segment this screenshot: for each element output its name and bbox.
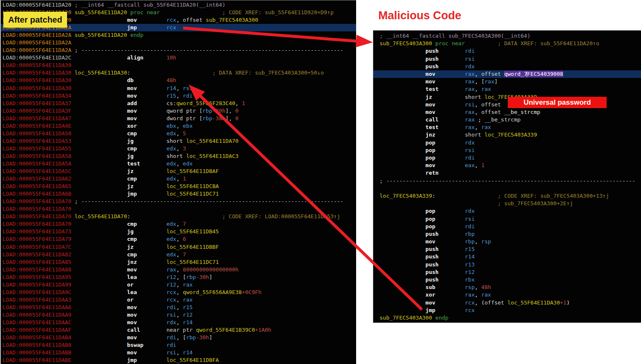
asm-line[interactable]: mov eax, 1: [373, 162, 641, 169]
asm-line[interactable]: LOAD:000055F64E11DABE jmp loc_55F64E11DB…: [1, 356, 356, 364]
asm-line[interactable]: push r14: [373, 253, 641, 261]
address-column: LOAD:000055F64E11DA20: [1, 1, 75, 9]
asm-line[interactable]: LOAD:000055F64E11DA50 cmp edx, 5: [1, 130, 356, 137]
asm-line[interactable]: LOAD:000055F64E11DA70loc_55F64E11DA70: ;…: [1, 213, 356, 220]
address-column: LOAD:000055F64E11DA4E: [1, 122, 75, 130]
asm-line[interactable]: LOAD:000055F64E11DA82 cmp edx, 7: [1, 251, 356, 258]
address-column: LOAD:000055F64E11DAB8: [1, 341, 75, 349]
asm-line[interactable]: LOAD:000055F64E11DA62 cmp edx, 1: [1, 175, 356, 183]
asm-line[interactable]: sub_7FEC5403A300 proc near ; DATA XREF: …: [373, 40, 641, 47]
asm-line[interactable]: LOAD:000055F64E11DA3F mov qword ptr [rbp…: [1, 107, 356, 115]
asm-line[interactable]: LOAD:000055F64E11DA53 jg short loc_55F64…: [1, 137, 356, 145]
asm-line[interactable]: LOAD:000055F64E11DA5C jz loc_55F64E11DBA…: [1, 168, 356, 175]
asm-line[interactable]: LOAD:000055F64E11DA55 cmp edx, 3: [1, 145, 356, 152]
asm-line[interactable]: LOAD:000055F64E11DA4E xor ebx, ebx: [1, 122, 356, 130]
asm-line[interactable]: LOAD:000055F64E11DA2A; -----------------…: [1, 46, 356, 54]
asm-line[interactable]: mov rax, offset __be_strcmp: [373, 108, 641, 116]
address-column: LOAD:000055F64E11DA30: [1, 85, 75, 92]
asm-line[interactable]: pop rdi: [373, 154, 641, 162]
address-column: LOAD:000055F64E11DA58: [1, 152, 75, 160]
address-column: LOAD:000055F64E11DA62: [1, 175, 75, 183]
asm-line[interactable]: LOAD:000055F64E11DA95 lea r12, [rbp-30h]: [1, 274, 356, 281]
address-column: LOAD:000055F64E11DA2A: [1, 46, 75, 54]
asm-line[interactable]: LOAD:000055F64E11DA6B jmp loc_55F64E11DC…: [1, 190, 356, 198]
asm-line[interactable]: xor rax, rax: [373, 291, 641, 299]
asm-line[interactable]: LOAD:000055F64E11DA58 jg short loc_55F64…: [1, 152, 356, 160]
asm-line[interactable]: push rbp: [373, 230, 641, 238]
asm-line[interactable]: LOAD:000055F64E11DA30: [1, 62, 356, 69]
asm-line[interactable]: LOAD:000055F64E11DAAC mov rdx, r14: [1, 319, 356, 326]
asm-line[interactable]: push rbx: [373, 276, 641, 284]
asm-line[interactable]: LOAD:000055F64E11DAB4 mov rdi, [rbp-30h]: [1, 334, 356, 341]
asm-line[interactable]: test rax, rax: [373, 85, 641, 93]
asm-line[interactable]: LOAD:000055F64E11DA34 mov r15, rdi: [1, 92, 356, 100]
address-column: LOAD:000055F64E11DAB4: [1, 334, 75, 341]
address-column: LOAD:000055F64E11DA65: [1, 183, 75, 190]
asm-line[interactable]: LOAD:000055F64E11DA2A: [1, 39, 356, 46]
address-column: LOAD:000055F64E11DA5C: [1, 168, 75, 175]
asm-line[interactable]: LOAD:000055F64E11DA30 mov r14, rsi: [1, 85, 356, 92]
asm-line[interactable]: LOAD:000055F64E11DA70: [1, 205, 356, 213]
address-column: LOAD:000055F64E11DA55: [1, 145, 75, 152]
asm-line[interactable]: push r12: [373, 268, 641, 276]
asm-line[interactable]: LOAD:000055F64E11DAA9 mov rsi, r12: [1, 311, 356, 319]
asm-line[interactable]: LOAD:000055F64E11DA2Asub_55F64E11DA20 en…: [1, 31, 356, 39]
asm-line[interactable]: LOAD:000055F64E11DA73 jg loc_55F64E11DB4…: [1, 228, 356, 235]
asm-line[interactable]: LOAD:000055F64E11DA79 cmp edx, 6: [1, 235, 356, 243]
asm-line[interactable]: LOAD:000055F64E11DA37 add cs:qword_55F65…: [1, 100, 356, 107]
asm-line[interactable]: mov rax, [rax]: [373, 78, 641, 85]
asm-line[interactable]: LOAD:000055F64E11DAB8 bswap rdi: [1, 341, 356, 349]
asm-line[interactable]: LOAD:000055F64E11DA7C jz loc_55F64E11DBB…: [1, 243, 356, 251]
asm-line[interactable]: ; --------------------------------------…: [373, 177, 641, 185]
address-column: LOAD:000055F64E11DA37: [1, 100, 75, 107]
asm-line[interactable]: ; __int64 __fastcall sub_7FEC5403A300(__…: [373, 32, 641, 40]
asm-line[interactable]: jnz short loc_7FEC5403A339: [373, 131, 641, 139]
asm-line[interactable]: mov rax, offset qword_7FEC54039008: [373, 70, 641, 78]
asm-line[interactable]: LOAD:000055F64E11DA47 mov dword ptr [rbp…: [1, 115, 356, 122]
asm-line[interactable]: sub rsp, 48h: [373, 284, 641, 291]
malicious-code-title: Malicious Code: [378, 9, 461, 22]
asm-line[interactable]: LOAD:000055F64E11DAAF call near ptr qwor…: [1, 326, 356, 334]
asm-line[interactable]: pop rsi: [373, 147, 641, 154]
asm-line[interactable]: push rsi: [373, 55, 641, 63]
asm-line[interactable]: push r13: [373, 261, 641, 268]
asm-line[interactable]: LOAD:000055F64E11DA30 db 48h: [1, 77, 356, 84]
asm-line[interactable]: LOAD:000055F64E11DA99 or r12, rax: [1, 281, 356, 289]
asm-line[interactable]: LOAD:000055F64E11DAA6 mov rdi, r15: [1, 304, 356, 311]
asm-line[interactable]: pop rdx: [373, 139, 641, 147]
asm-line[interactable]: push rdx: [373, 63, 641, 70]
asm-line[interactable]: loc_7FEC5403A339: ; CODE XREF: sub_7FEC5…: [373, 192, 641, 200]
disassembly-view-malicious[interactable]: ; __int64 __fastcall sub_7FEC5403A300(__…: [373, 30, 641, 323]
asm-line[interactable]: LOAD:000055F64E11DA2C align 10h: [1, 54, 356, 62]
asm-line[interactable]: LOAD:000055F64E11DA30loc_55F64E11DA30: ;…: [1, 69, 356, 77]
asm-line[interactable]: LOAD:000055F64E11DABB mov rsi, r14: [1, 349, 356, 356]
address-column: LOAD:000055F64E11DABB: [1, 349, 75, 356]
asm-line[interactable]: pop rdi: [373, 223, 641, 230]
asm-line[interactable]: pop rsi: [373, 215, 641, 223]
asm-line[interactable]: jmp rcx: [373, 307, 641, 314]
asm-line[interactable]: retn: [373, 169, 641, 177]
asm-line[interactable]: push rdi: [373, 47, 641, 55]
asm-line[interactable]: LOAD:000055F64E11DA20; __int64 __fastcal…: [1, 1, 356, 9]
disassembly-view-patched[interactable]: LOAD:000055F64E11DA20; __int64 __fastcal…: [0, 0, 356, 364]
asm-line[interactable]: sub_7FEC5403A300 endp: [373, 314, 641, 322]
address-column: LOAD:000055F64E11DAA9: [1, 311, 75, 319]
asm-line[interactable]: LOAD:000055F64E11DA70; -----------------…: [1, 198, 356, 205]
asm-line[interactable]: test rax, rax: [373, 124, 641, 131]
asm-line[interactable]: mov rcx, (offset loc_55F64E11DA30+1): [373, 299, 641, 307]
after-patched-text: After patched: [8, 15, 62, 25]
asm-line[interactable]: mov rbp, rsp: [373, 238, 641, 245]
address-column: LOAD:000055F64E11DA3F: [1, 107, 75, 115]
asm-line[interactable]: LOAD:000055F64E11DA5A test edx, edx: [1, 160, 356, 168]
asm-line[interactable]: LOAD:000055F64E11DA65 jz loc_55F64E11DCB…: [1, 183, 356, 190]
asm-line[interactable]: [373, 185, 641, 192]
asm-line[interactable]: ; sub_7FEC5403A300+2E↑j: [373, 200, 641, 207]
asm-line[interactable]: push r15: [373, 245, 641, 253]
asm-line[interactable]: LOAD:000055F64E11DA70 cmp edx, 7: [1, 220, 356, 228]
asm-line[interactable]: pop rdx: [373, 207, 641, 215]
asm-line[interactable]: LOAD:000055F64E11DA88 mov rax, 800000000…: [1, 266, 356, 274]
asm-line[interactable]: LOAD:000055F64E11DA85 jnz loc_55F64E11DC…: [1, 258, 356, 266]
asm-line[interactable]: LOAD:000055F64E11DAA3 or rcx, rax: [1, 296, 356, 304]
asm-line[interactable]: LOAD:000055F64E11DA9C lea rcx, qword_55F…: [1, 289, 356, 296]
asm-line[interactable]: call rax ; __be_strcmp: [373, 116, 641, 124]
